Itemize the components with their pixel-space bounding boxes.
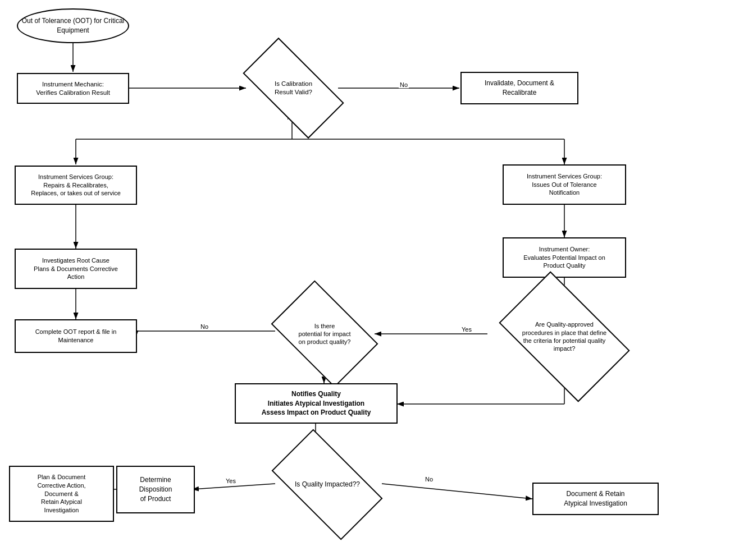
determine-disposition-box: DetermineDispositionof Product: [116, 466, 195, 513]
complete-oot-box: Complete OOT report & file in Maintenanc…: [15, 319, 137, 353]
instrument-owner-label: Instrument Owner: Evaluates Potential Im…: [523, 245, 605, 270]
complete-oot-label: Complete OOT report & file in Maintenanc…: [35, 328, 117, 345]
instrument-mechanic-label: Instrument Mechanic: Verifies Calibratio…: [36, 80, 110, 97]
isg-repairs-label: Instrument Services Group: Repairs & Rec…: [31, 173, 121, 198]
instrument-mechanic-box: Instrument Mechanic: Verifies Calibratio…: [17, 73, 129, 104]
svg-line-19: [192, 484, 275, 489]
calibration-diamond: Is CalibrationResult Valid?: [247, 63, 340, 113]
label-no-potential: No: [199, 323, 209, 330]
isg-issues-label: Instrument Services Group: Issues Out of…: [527, 172, 602, 198]
flowchart: No Yes Yes No No Yes Yes No Out of Toler…: [0, 0, 739, 560]
potential-impact-label: Is therepotential for impacton product q…: [296, 319, 354, 349]
document-retain-label: Document & RetainAtypical Investigation: [564, 489, 627, 508]
start-oval: Out of Tolerance (OOT) for Critical Equi…: [17, 8, 129, 43]
label-no-calibration: No: [399, 81, 409, 88]
plan-document-label: Plan & Document Corrective Action, Docum…: [37, 473, 85, 515]
isg-issues-box: Instrument Services Group: Issues Out of…: [503, 164, 626, 205]
instrument-owner-box: Instrument Owner: Evaluates Potential Im…: [503, 237, 626, 278]
isg-repairs-box: Instrument Services Group: Repairs & Rec…: [15, 166, 137, 205]
calibration-diamond-label: Is CalibrationResult Valid?: [272, 77, 315, 99]
determine-disposition-label: DetermineDispositionof Product: [139, 475, 172, 503]
label-yes-quality-impacted: Yes: [225, 478, 237, 484]
svg-line-21: [382, 484, 532, 499]
quality-approved-label: Are Quality-approvedprocedures in place …: [519, 318, 609, 355]
label-no-quality-impacted: No: [424, 476, 434, 483]
investigates-root-label: Investigates Root Cause Plans & Document…: [34, 256, 118, 282]
start-oval-label: Out of Tolerance (OOT) for Critical Equi…: [18, 16, 128, 35]
invalidate-box: Invalidate, Document &Recalibrate: [460, 72, 578, 104]
potential-impact-diamond: Is therepotential for impacton product q…: [266, 300, 384, 368]
quality-approved-diamond: Are Quality-approvedprocedures in place …: [483, 300, 646, 373]
investigates-root-box: Investigates Root Cause Plans & Document…: [15, 249, 137, 289]
document-retain-box: Document & RetainAtypical Investigation: [532, 483, 659, 515]
quality-impacted-diamond: Is Quality Impacted??: [266, 453, 389, 515]
label-yes-quality-approved: Yes: [460, 326, 473, 333]
plan-document-box: Plan & Document Corrective Action, Docum…: [9, 466, 114, 522]
invalidate-label: Invalidate, Document &Recalibrate: [485, 79, 554, 98]
notifies-quality-label: Notifies Quality Initiates Atypical Inve…: [262, 389, 371, 417]
notifies-quality-box: Notifies Quality Initiates Atypical Inve…: [235, 383, 398, 424]
quality-impacted-label: Is Quality Impacted??: [292, 477, 363, 492]
